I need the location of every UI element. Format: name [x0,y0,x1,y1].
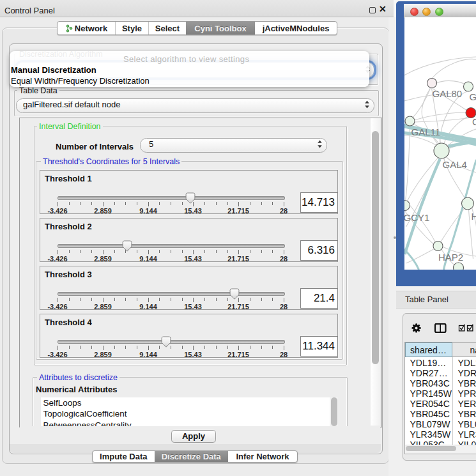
svg-text:GAL11: GAL11 [411,127,440,137]
svg-text:GAL80: GAL80 [432,88,462,99]
svg-text:GCY1: GCY1 [404,212,429,223]
svg-text:HAP2: HAP2 [438,252,463,263]
svg-text:C: C [472,116,476,127]
svg-text:H: H [471,211,476,222]
svg-text:GA: GA [469,91,476,102]
svg-text:GAL4: GAL4 [442,159,466,170]
